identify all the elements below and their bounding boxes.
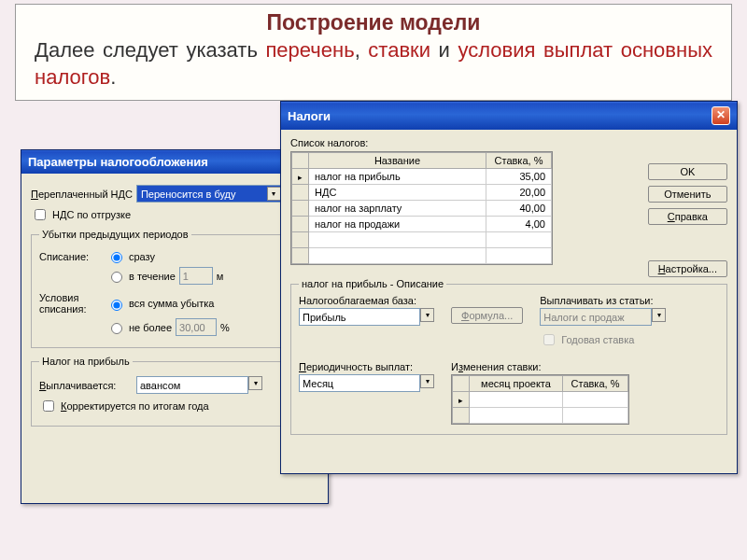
changes-label: Изменения ставки: bbox=[451, 361, 629, 372]
tax-grid[interactable]: Название Ставка, % налог на прибыль35,00… bbox=[290, 151, 553, 265]
close-icon[interactable]: ✕ bbox=[712, 106, 730, 125]
table-row: НДС20,00 bbox=[292, 185, 552, 201]
cond-all-radio[interactable] bbox=[111, 300, 122, 311]
table-row bbox=[292, 248, 552, 264]
formula-button: Формула... bbox=[451, 307, 523, 324]
description-legend: налог на прибыль - Описание bbox=[299, 278, 446, 289]
col-month: месяц проекта bbox=[470, 376, 563, 392]
cond-label: Условия списания: bbox=[39, 292, 103, 315]
overpaid-vat-select[interactable]: Переносится в буду ▾ bbox=[136, 185, 286, 203]
chevron-down-icon[interactable]: ▾ bbox=[420, 308, 434, 322]
titlebar[interactable]: Налоги ✕ bbox=[281, 102, 737, 130]
writeoff-label: Списание: bbox=[39, 251, 103, 262]
base-label: Налогооблагаемая база: bbox=[299, 295, 434, 306]
losses-legend: Убытки предыдущих периодов bbox=[39, 229, 191, 240]
cond-max-label: не более bbox=[129, 322, 172, 333]
annual-rate-checkbox bbox=[543, 334, 555, 345]
cancel-button[interactable]: Отменить bbox=[648, 186, 727, 203]
overpaid-vat-label: ППереплаченный НДСереплаченный НДС bbox=[31, 189, 133, 200]
table-row bbox=[292, 232, 552, 248]
cond-max-value[interactable] bbox=[176, 318, 217, 336]
writeoff-now-label: сразу bbox=[129, 251, 155, 262]
pay-from-select bbox=[540, 308, 652, 326]
slide-header: Построение модели Далее следует указать … bbox=[15, 4, 732, 101]
year-adjust-label: Корректируется по итогам года bbox=[61, 400, 209, 412]
base-select[interactable] bbox=[299, 308, 420, 326]
writeoff-now-radio[interactable] bbox=[111, 252, 122, 263]
writeoff-during-radio[interactable] bbox=[111, 272, 122, 283]
paid-select[interactable] bbox=[136, 376, 248, 394]
period-label: Периодичность выплат: bbox=[299, 361, 434, 372]
table-row bbox=[453, 408, 628, 424]
help-button[interactable]: Справка bbox=[648, 208, 727, 225]
col-rate2: Ставка, % bbox=[563, 376, 628, 392]
tax-list-label: Список налогов: bbox=[290, 137, 727, 148]
year-adjust-checkbox[interactable] bbox=[43, 400, 54, 412]
profit-tax-legend: Налог на прибыль bbox=[39, 356, 133, 367]
cond-max-radio[interactable] bbox=[111, 323, 122, 334]
chevron-down-icon: ▾ bbox=[652, 308, 666, 322]
period-select[interactable] bbox=[299, 374, 420, 392]
chevron-down-icon[interactable]: ▾ bbox=[248, 376, 262, 390]
col-name: Название bbox=[309, 153, 486, 169]
table-row: налог на продажи4,00 bbox=[292, 217, 552, 232]
chevron-down-icon: ▾ bbox=[267, 187, 281, 201]
rate-changes-grid[interactable]: месяц проекта Ставка, % bbox=[451, 374, 629, 425]
vat-on-shipment-label: НДС по отгрузке bbox=[52, 209, 131, 220]
table-row bbox=[453, 392, 628, 408]
window-title: Налоги bbox=[288, 109, 331, 123]
col-rate: Ставка, % bbox=[486, 153, 552, 169]
taxes-dialog: Налоги ✕ Список налогов: Название Ставка… bbox=[280, 101, 738, 474]
writeoff-during-label: в течение bbox=[129, 271, 176, 282]
profit-tax-group: Налог на прибыль Выплачивается: ▾ Коррек… bbox=[31, 356, 318, 427]
losses-group: Убытки предыдущих периодов Списание: сра… bbox=[31, 229, 318, 348]
window-title: Параметры налогообложения bbox=[28, 155, 208, 169]
annual-rate-label: Годовая ставка bbox=[561, 334, 634, 345]
table-row: налог на зарплату40,00 bbox=[292, 201, 552, 217]
slide-title: Построение модели bbox=[35, 10, 712, 35]
writeoff-during-value[interactable] bbox=[179, 267, 213, 285]
slide-text: Далее следует указать перечень, ставки и… bbox=[35, 37, 712, 91]
cond-all-label: вся сумма убытка bbox=[129, 298, 214, 309]
setup-button[interactable]: Настройка... bbox=[648, 260, 727, 277]
pay-from-label: Выплачивать из статьи: bbox=[540, 295, 666, 306]
description-group: налог на прибыль - Описание Налогооблага… bbox=[290, 278, 727, 435]
table-row: налог на прибыль35,00 bbox=[292, 169, 552, 185]
paid-label: Выплачивается: bbox=[39, 380, 133, 391]
ok-button[interactable]: OK bbox=[648, 163, 727, 180]
chevron-down-icon[interactable]: ▾ bbox=[420, 374, 434, 388]
vat-on-shipment-checkbox[interactable] bbox=[35, 209, 46, 220]
